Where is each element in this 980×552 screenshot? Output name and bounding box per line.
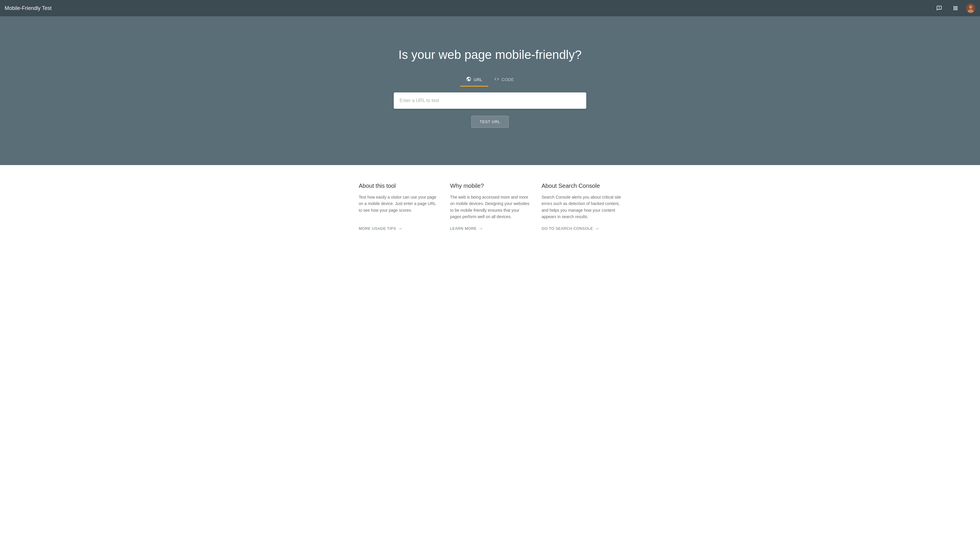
card-search-console-text: Search Console alerts you about critical… — [542, 194, 621, 220]
url-input-container — [394, 92, 586, 109]
url-input[interactable] — [394, 92, 586, 109]
arrow-right-icon-2: → — [478, 226, 483, 231]
tab-url-label: URL — [474, 77, 482, 82]
test-url-button[interactable]: TEST URL — [471, 116, 509, 128]
app-title: Mobile-Friendly Test — [5, 5, 933, 11]
content-section: About this tool Test how easily a visito… — [0, 165, 980, 255]
go-to-search-console-label: GO TO SEARCH CONSOLE — [542, 226, 593, 231]
code-icon — [494, 76, 500, 83]
card-about-tool-text: Test how easily a visitor can use your p… — [359, 194, 438, 220]
app-header: Mobile-Friendly Test — [0, 0, 980, 16]
more-usage-tips-label: MORE USAGE TIPS — [359, 226, 396, 231]
svg-point-1 — [969, 5, 972, 9]
card-search-console: About Search Console Search Console aler… — [542, 183, 621, 231]
hero-section: Is your web page mobile-friendly? URL CO… — [0, 16, 980, 165]
tab-url[interactable]: URL — [460, 73, 488, 87]
apps-icon — [953, 5, 958, 11]
tab-bar: URL CODE — [460, 73, 520, 87]
hero-title: Is your web page mobile-friendly? — [398, 48, 582, 62]
learn-more-link[interactable]: LEARN MORE → — [450, 226, 530, 231]
tab-code[interactable]: CODE — [488, 73, 520, 87]
tab-code-label: CODE — [502, 77, 514, 82]
arrow-right-icon-3: → — [595, 226, 600, 231]
header-actions — [933, 2, 975, 14]
globe-icon — [466, 76, 471, 83]
arrow-right-icon: → — [398, 226, 403, 231]
feedback-icon — [936, 5, 942, 11]
card-about-tool: About this tool Test how easily a visito… — [359, 183, 438, 231]
feedback-button[interactable] — [933, 2, 945, 14]
card-search-console-title: About Search Console — [542, 183, 621, 189]
more-usage-tips-link[interactable]: MORE USAGE TIPS → — [359, 226, 438, 231]
card-why-mobile-title: Why mobile? — [450, 183, 530, 189]
cards-grid: About this tool Test how easily a visito… — [359, 183, 621, 231]
go-to-search-console-link[interactable]: GO TO SEARCH CONSOLE → — [542, 226, 621, 231]
card-why-mobile: Why mobile? The web is being accessed mo… — [450, 183, 530, 231]
card-why-mobile-text: The web is being accessed more and more … — [450, 194, 530, 220]
learn-more-label: LEARN MORE — [450, 226, 477, 231]
card-about-tool-title: About this tool — [359, 183, 438, 189]
avatar[interactable] — [966, 3, 975, 13]
apps-button[interactable] — [950, 2, 961, 14]
